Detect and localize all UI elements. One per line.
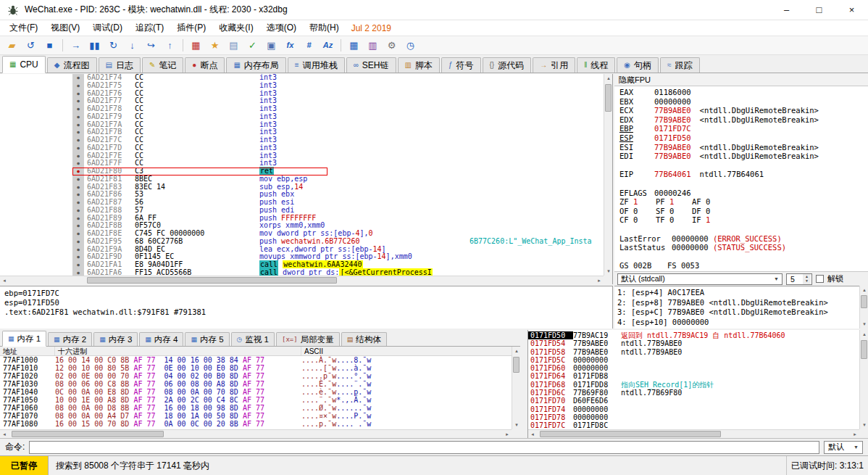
scroll-down-arrow[interactable]: ▾	[860, 421, 868, 429]
tab-graph[interactable]: ◆流程图	[47, 57, 97, 73]
register-row[interactable]	[619, 225, 868, 234]
animate-button[interactable]: ↻	[104, 38, 122, 54]
stack-row[interactable]: 0171FD640171FDB8	[528, 372, 868, 380]
breakpoint-dot[interactable]: ●	[72, 207, 84, 215]
stack-row[interactable]: 0171FD7800000000	[528, 413, 868, 421]
stop-debugging-button[interactable]: ■	[41, 38, 59, 54]
breakpoint-dot[interactable]: ●	[72, 175, 84, 183]
tab-script[interactable]: ▥脚本	[398, 57, 440, 73]
stack-row[interactable]: 0171FD5C00000000	[528, 356, 868, 364]
assemble-button[interactable]: Az	[319, 38, 337, 54]
open-file-button[interactable]: ▰	[3, 38, 21, 54]
scroll-right-arrow[interactable]: ▸	[595, 276, 604, 284]
menu-item[interactable]: 追踪(T)	[129, 20, 170, 36]
pause-button[interactable]: ▮▮	[85, 38, 104, 54]
stack-row[interactable]: 0171FD7400000000	[528, 405, 868, 413]
dump-row[interactable]: 77AF103008 00 06 00 C8 8B AF 77 06 00 08…	[0, 380, 520, 388]
dump-row[interactable]: 77AF102002 00 0E 00 00 70 AF 77 04 00 02…	[0, 372, 520, 380]
register-row[interactable]: EDI77B9ABE0<ntdll.DbgUiRemoteBreakin>	[619, 152, 868, 161]
scroll-track[interactable]	[9, 430, 503, 438]
breakpoint-dot[interactable]: ●	[72, 215, 84, 223]
menu-item[interactable]: 插件(P)	[170, 20, 212, 36]
tab-log[interactable]: ▤日志	[99, 57, 141, 73]
register-row[interactable]: GS 002BFS 0053	[619, 261, 868, 270]
menu-item[interactable]: 收藏夹(I)	[212, 20, 259, 36]
breakpoint-dot[interactable]: ●	[72, 136, 84, 144]
stack-row[interactable]: 0171FD5077B9AC19返回到 ntdll.77B9AC19 自 ntd…	[528, 331, 868, 339]
breakpoint-dot[interactable]: ●	[72, 90, 84, 98]
unlock-checkbox[interactable]	[816, 275, 824, 283]
breakpoint-dot[interactable]: ●	[72, 168, 84, 175]
restart-button[interactable]: ↺	[22, 38, 40, 54]
register-row[interactable]: EFLAGS00000246	[619, 189, 868, 198]
scroll-thumb[interactable]	[540, 431, 721, 437]
register-row[interactable]	[619, 161, 868, 170]
tab-dump4[interactable]: ▦内存 4	[139, 332, 183, 346]
execute-till-return-button[interactable]: ↑	[161, 38, 179, 54]
disasm-row[interactable]: ●6AD21F818BECmov ebp,esp	[0, 175, 612, 183]
run-button[interactable]: →	[67, 38, 85, 54]
calculator-button[interactable]: fx	[281, 38, 299, 54]
tab-dump5[interactable]: ▦内存 5	[185, 332, 229, 346]
stack-hscrollbar[interactable]: ◂ ▸	[528, 429, 859, 438]
scroll-left-arrow[interactable]: ◂	[0, 276, 9, 284]
favourites-button[interactable]: ★	[206, 38, 224, 54]
scroll-right-arrow[interactable]: ▸	[503, 430, 512, 438]
scroll-track[interactable]	[604, 83, 612, 267]
dump-vscrollbar[interactable]: ▴ ▾	[512, 347, 520, 429]
dump-row[interactable]: 77AF10400C 00 0A 00 E8 8D AF 77 08 00 0A…	[0, 388, 520, 396]
scroll-up-arrow[interactable]: ▴	[860, 330, 868, 339]
register-row[interactable]: EIP77B64061ntdll.77B64061	[619, 170, 868, 179]
breakpoint-dot[interactable]: ●	[72, 199, 84, 207]
compare-button[interactable]: ▣	[262, 38, 280, 54]
disasm-row[interactable]: ●6AD21F79CCint3	[0, 113, 612, 121]
menu-item[interactable]: 选项(O)	[260, 20, 303, 36]
menu-item[interactable]: 帮助(H)	[303, 20, 346, 36]
breakpoint-dot[interactable]: ●	[72, 128, 84, 136]
scroll-left-arrow[interactable]: ◂	[0, 430, 9, 438]
register-row[interactable]: EDX77B9ABE0<ntdll.DbgUiRemoteBreakin>	[619, 115, 868, 125]
disasm-row[interactable]: ●6AD21F75CCint3	[0, 82, 612, 90]
register-row[interactable]	[619, 179, 868, 189]
register-row[interactable]: ZF 1PF 1AF 0	[619, 197, 868, 207]
tab-dump1[interactable]: ▦内存 1	[2, 331, 46, 347]
tab-references[interactable]: →引用	[533, 57, 575, 73]
hide-fpu-button[interactable]: 隐藏FPU	[614, 74, 868, 86]
tab-locals[interactable]: [x=]局部变量	[276, 332, 340, 346]
register-row[interactable]	[619, 252, 868, 262]
scroll-track[interactable]	[860, 339, 868, 421]
timing-button[interactable]: ◷	[401, 38, 420, 54]
tab-struct[interactable]: ▤结构体	[341, 332, 387, 346]
register-row[interactable]: OF 0SF 0DF 0	[619, 207, 868, 216]
register-row[interactable]: EBX00000000	[619, 97, 868, 107]
scroll-thumb[interactable]	[861, 340, 867, 359]
scroll-right-arrow[interactable]: ▸	[851, 430, 859, 438]
breakpoint-dot[interactable]: ●	[72, 246, 84, 254]
tab-memory-map[interactable]: ▦内存布局	[226, 57, 285, 73]
scroll-track[interactable]	[537, 430, 851, 438]
scroll-up-arrow[interactable]: ▴	[604, 74, 613, 83]
stack-row[interactable]: 0171FD5877B9ABE0ntdll.77B9ABE0	[528, 348, 868, 356]
register-row[interactable]: LastStatus00000000 (STATUS_SUCCESS)	[619, 243, 868, 252]
tab-trace[interactable]: ≈跟踪	[660, 57, 700, 73]
check-update-button[interactable]: ✓	[243, 38, 262, 54]
argument-row[interactable]: 1: [esp+4] A0C17EEA	[617, 288, 856, 298]
minimize-button[interactable]: –	[770, 0, 803, 20]
call-stack-tool-button[interactable]: ▥	[364, 38, 382, 54]
settings-button[interactable]: ⚙	[383, 38, 401, 54]
register-row[interactable]: ECX77B9ABE0<ntdll.DbgUiRemoteBreakin>	[619, 106, 868, 115]
command-input[interactable]	[29, 441, 819, 454]
scroll-down-arrow[interactable]: ▾	[860, 320, 868, 329]
disasm-row[interactable]: ●6AD21F7DCCint3	[0, 144, 612, 152]
dump-row[interactable]: 77AF106008 00 0A 00 D8 8B AF 77 16 00 18…	[0, 404, 520, 412]
breakpoint-dot[interactable]: ●	[72, 105, 84, 113]
args-vscrollbar[interactable]: ▴ ▾	[859, 286, 868, 329]
crc-hash-button[interactable]: #	[300, 38, 318, 54]
stack-row[interactable]: 0171FD7C0171FD8C	[528, 421, 868, 429]
memory-map-tool-button[interactable]: ▦	[345, 38, 363, 54]
stack-row[interactable]: 0171FD70D60FE6D6	[528, 397, 868, 405]
arg-count-stepper[interactable]: 5 ▲▼	[786, 273, 812, 285]
scroll-left-arrow[interactable]: ◂	[528, 430, 537, 438]
register-row[interactable]: ESI77B9ABE0<ntdll.DbgUiRemoteBreakin>	[619, 143, 868, 152]
stack-row[interactable]: 0171FD680171FDD8指向SEH_Record[1]的指针	[528, 381, 868, 389]
